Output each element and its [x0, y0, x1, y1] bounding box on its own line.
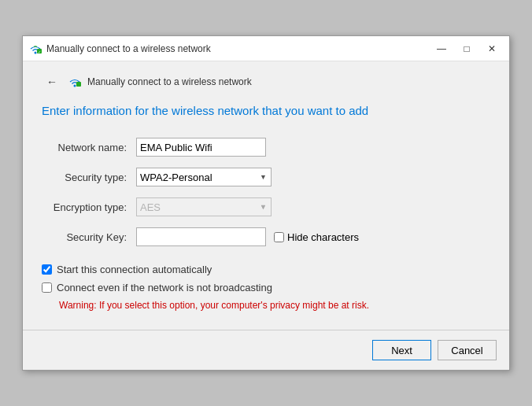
- auto-connect-label: Start this connection automatically: [57, 264, 212, 275]
- auto-connect-row: Start this connection automatically: [42, 264, 509, 275]
- security-key-label: Security Key:: [42, 231, 136, 243]
- svg-text:✓: ✓: [38, 50, 41, 54]
- close-button[interactable]: ✕: [481, 40, 503, 57]
- encryption-type-row: Encryption type: AES ▼: [42, 197, 490, 216]
- network-name-label: Network name:: [42, 142, 136, 153]
- security-type-row: Security type: WPA2-Personal WPA-Persona…: [42, 168, 490, 186]
- cancel-button[interactable]: Cancel: [438, 340, 497, 360]
- title-bar-left: ✓ Manually connect to a wireless network: [29, 42, 211, 55]
- security-key-input[interactable]: [136, 227, 266, 246]
- security-key-row: Security Key: Hide characters: [42, 227, 490, 246]
- security-type-wrapper: WPA2-Personal WPA-Personal WPA2-Enterpri…: [136, 168, 272, 186]
- svg-point-4: [74, 85, 76, 87]
- maximize-button[interactable]: □: [456, 40, 478, 57]
- hide-characters-checkbox[interactable]: [274, 232, 284, 242]
- content-area: ← Manually connect to a wireless network…: [23, 61, 509, 246]
- hide-characters-text: Hide characters: [287, 231, 359, 243]
- checkboxes-section: Start this connection automatically Conn…: [23, 257, 509, 311]
- hide-characters-label[interactable]: Hide characters: [274, 231, 359, 243]
- footer: Next Cancel: [23, 330, 509, 370]
- encryption-type-wrapper: AES ▼: [136, 197, 272, 216]
- encryption-type-label: Encryption type:: [42, 201, 136, 213]
- next-button[interactable]: Next: [372, 340, 431, 360]
- network-icon: ✓: [29, 42, 42, 55]
- warning-text: Warning: If you select this option, your…: [59, 300, 509, 311]
- title-bar: ✓ Manually connect to a wireless network…: [23, 36, 509, 61]
- broadcast-row: Connect even if the network is not broad…: [42, 282, 509, 293]
- page-nav-title: Manually connect to a wireless network: [87, 76, 252, 87]
- nav-bar: ← Manually connect to a wireless network: [42, 74, 490, 90]
- svg-point-1: [35, 51, 37, 54]
- security-type-select[interactable]: WPA2-Personal WPA-Personal WPA2-Enterpri…: [136, 168, 272, 186]
- auto-connect-checkbox[interactable]: [42, 264, 52, 275]
- broadcast-label: Connect even if the network is not broad…: [57, 282, 272, 293]
- title-bar-controls: — □ ✕: [430, 40, 503, 57]
- title-bar-title: Manually connect to a wireless network: [46, 43, 211, 54]
- back-button[interactable]: ←: [42, 74, 62, 90]
- minimize-button[interactable]: —: [430, 40, 453, 57]
- page-heading: Enter information for the wireless netwo…: [42, 102, 490, 119]
- security-type-label: Security type:: [42, 172, 136, 183]
- network-name-row: Network name:: [42, 138, 490, 157]
- svg-rect-5: [76, 82, 81, 87]
- main-window: ✓ Manually connect to a wireless network…: [22, 35, 510, 371]
- broadcast-checkbox[interactable]: [42, 282, 52, 293]
- network-name-input[interactable]: [136, 138, 266, 157]
- encryption-type-select: AES: [136, 197, 272, 216]
- network-nav-icon: [68, 76, 81, 88]
